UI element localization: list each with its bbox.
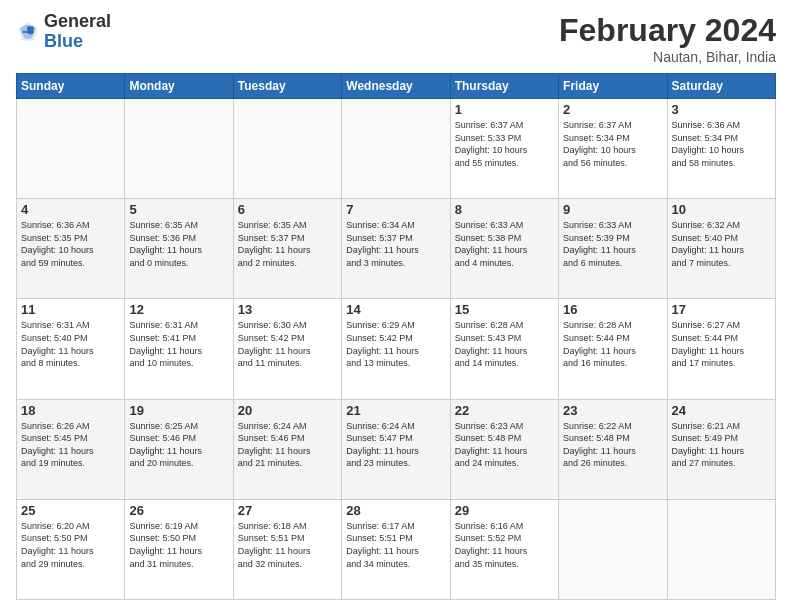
generalblue-logo-icon	[16, 20, 40, 44]
day-info: Sunrise: 6:22 AM Sunset: 5:48 PM Dayligh…	[563, 420, 662, 470]
day-number: 26	[129, 503, 228, 518]
table-row: 26Sunrise: 6:19 AM Sunset: 5:50 PM Dayli…	[125, 499, 233, 599]
day-info: Sunrise: 6:21 AM Sunset: 5:49 PM Dayligh…	[672, 420, 771, 470]
day-number: 17	[672, 302, 771, 317]
day-info: Sunrise: 6:28 AM Sunset: 5:44 PM Dayligh…	[563, 319, 662, 369]
day-number: 25	[21, 503, 120, 518]
day-number: 9	[563, 202, 662, 217]
header: General Blue February 2024 Nautan, Bihar…	[16, 12, 776, 65]
day-info: Sunrise: 6:24 AM Sunset: 5:46 PM Dayligh…	[238, 420, 337, 470]
day-number: 28	[346, 503, 445, 518]
table-row: 27Sunrise: 6:18 AM Sunset: 5:51 PM Dayli…	[233, 499, 341, 599]
page: General Blue February 2024 Nautan, Bihar…	[0, 0, 792, 612]
table-row: 24Sunrise: 6:21 AM Sunset: 5:49 PM Dayli…	[667, 399, 775, 499]
table-row: 22Sunrise: 6:23 AM Sunset: 5:48 PM Dayli…	[450, 399, 558, 499]
day-number: 5	[129, 202, 228, 217]
table-row: 16Sunrise: 6:28 AM Sunset: 5:44 PM Dayli…	[559, 299, 667, 399]
day-number: 6	[238, 202, 337, 217]
day-number: 27	[238, 503, 337, 518]
table-row: 28Sunrise: 6:17 AM Sunset: 5:51 PM Dayli…	[342, 499, 450, 599]
logo-text: General Blue	[44, 12, 111, 52]
table-row	[17, 99, 125, 199]
title-block: February 2024 Nautan, Bihar, India	[559, 12, 776, 65]
table-row	[559, 499, 667, 599]
day-number: 20	[238, 403, 337, 418]
table-row: 14Sunrise: 6:29 AM Sunset: 5:42 PM Dayli…	[342, 299, 450, 399]
day-number: 22	[455, 403, 554, 418]
table-row: 23Sunrise: 6:22 AM Sunset: 5:48 PM Dayli…	[559, 399, 667, 499]
day-info: Sunrise: 6:34 AM Sunset: 5:37 PM Dayligh…	[346, 219, 445, 269]
day-info: Sunrise: 6:19 AM Sunset: 5:50 PM Dayligh…	[129, 520, 228, 570]
table-row: 3Sunrise: 6:36 AM Sunset: 5:34 PM Daylig…	[667, 99, 775, 199]
table-row	[125, 99, 233, 199]
day-info: Sunrise: 6:35 AM Sunset: 5:36 PM Dayligh…	[129, 219, 228, 269]
svg-rect-1	[22, 31, 28, 33]
day-info: Sunrise: 6:37 AM Sunset: 5:33 PM Dayligh…	[455, 119, 554, 169]
col-saturday: Saturday	[667, 74, 775, 99]
table-row: 18Sunrise: 6:26 AM Sunset: 5:45 PM Dayli…	[17, 399, 125, 499]
location: Nautan, Bihar, India	[559, 49, 776, 65]
calendar-table: Sunday Monday Tuesday Wednesday Thursday…	[16, 73, 776, 600]
day-info: Sunrise: 6:31 AM Sunset: 5:40 PM Dayligh…	[21, 319, 120, 369]
table-row: 10Sunrise: 6:32 AM Sunset: 5:40 PM Dayli…	[667, 199, 775, 299]
table-row: 11Sunrise: 6:31 AM Sunset: 5:40 PM Dayli…	[17, 299, 125, 399]
day-number: 14	[346, 302, 445, 317]
day-info: Sunrise: 6:30 AM Sunset: 5:42 PM Dayligh…	[238, 319, 337, 369]
calendar-header-row: Sunday Monday Tuesday Wednesday Thursday…	[17, 74, 776, 99]
logo: General Blue	[16, 12, 111, 52]
day-info: Sunrise: 6:35 AM Sunset: 5:37 PM Dayligh…	[238, 219, 337, 269]
day-info: Sunrise: 6:33 AM Sunset: 5:38 PM Dayligh…	[455, 219, 554, 269]
day-number: 21	[346, 403, 445, 418]
day-number: 29	[455, 503, 554, 518]
col-thursday: Thursday	[450, 74, 558, 99]
table-row: 9Sunrise: 6:33 AM Sunset: 5:39 PM Daylig…	[559, 199, 667, 299]
day-info: Sunrise: 6:29 AM Sunset: 5:42 PM Dayligh…	[346, 319, 445, 369]
table-row: 7Sunrise: 6:34 AM Sunset: 5:37 PM Daylig…	[342, 199, 450, 299]
calendar-week-5: 25Sunrise: 6:20 AM Sunset: 5:50 PM Dayli…	[17, 499, 776, 599]
table-row: 12Sunrise: 6:31 AM Sunset: 5:41 PM Dayli…	[125, 299, 233, 399]
day-info: Sunrise: 6:26 AM Sunset: 5:45 PM Dayligh…	[21, 420, 120, 470]
day-info: Sunrise: 6:37 AM Sunset: 5:34 PM Dayligh…	[563, 119, 662, 169]
day-info: Sunrise: 6:36 AM Sunset: 5:35 PM Dayligh…	[21, 219, 120, 269]
calendar-week-1: 1Sunrise: 6:37 AM Sunset: 5:33 PM Daylig…	[17, 99, 776, 199]
day-info: Sunrise: 6:20 AM Sunset: 5:50 PM Dayligh…	[21, 520, 120, 570]
col-monday: Monday	[125, 74, 233, 99]
day-info: Sunrise: 6:31 AM Sunset: 5:41 PM Dayligh…	[129, 319, 228, 369]
day-info: Sunrise: 6:32 AM Sunset: 5:40 PM Dayligh…	[672, 219, 771, 269]
day-info: Sunrise: 6:24 AM Sunset: 5:47 PM Dayligh…	[346, 420, 445, 470]
table-row: 25Sunrise: 6:20 AM Sunset: 5:50 PM Dayli…	[17, 499, 125, 599]
day-number: 2	[563, 102, 662, 117]
table-row: 17Sunrise: 6:27 AM Sunset: 5:44 PM Dayli…	[667, 299, 775, 399]
day-number: 18	[21, 403, 120, 418]
day-number: 3	[672, 102, 771, 117]
table-row: 29Sunrise: 6:16 AM Sunset: 5:52 PM Dayli…	[450, 499, 558, 599]
day-number: 12	[129, 302, 228, 317]
table-row	[667, 499, 775, 599]
table-row: 13Sunrise: 6:30 AM Sunset: 5:42 PM Dayli…	[233, 299, 341, 399]
day-number: 1	[455, 102, 554, 117]
day-number: 24	[672, 403, 771, 418]
col-tuesday: Tuesday	[233, 74, 341, 99]
day-info: Sunrise: 6:36 AM Sunset: 5:34 PM Dayligh…	[672, 119, 771, 169]
day-number: 23	[563, 403, 662, 418]
calendar-week-2: 4Sunrise: 6:36 AM Sunset: 5:35 PM Daylig…	[17, 199, 776, 299]
day-number: 8	[455, 202, 554, 217]
day-number: 11	[21, 302, 120, 317]
calendar-week-4: 18Sunrise: 6:26 AM Sunset: 5:45 PM Dayli…	[17, 399, 776, 499]
day-number: 13	[238, 302, 337, 317]
day-info: Sunrise: 6:27 AM Sunset: 5:44 PM Dayligh…	[672, 319, 771, 369]
col-friday: Friday	[559, 74, 667, 99]
day-number: 19	[129, 403, 228, 418]
day-number: 4	[21, 202, 120, 217]
col-sunday: Sunday	[17, 74, 125, 99]
table-row	[233, 99, 341, 199]
table-row: 20Sunrise: 6:24 AM Sunset: 5:46 PM Dayli…	[233, 399, 341, 499]
table-row: 21Sunrise: 6:24 AM Sunset: 5:47 PM Dayli…	[342, 399, 450, 499]
col-wednesday: Wednesday	[342, 74, 450, 99]
logo-blue: Blue	[44, 31, 83, 51]
day-info: Sunrise: 6:17 AM Sunset: 5:51 PM Dayligh…	[346, 520, 445, 570]
day-info: Sunrise: 6:16 AM Sunset: 5:52 PM Dayligh…	[455, 520, 554, 570]
table-row: 15Sunrise: 6:28 AM Sunset: 5:43 PM Dayli…	[450, 299, 558, 399]
day-info: Sunrise: 6:28 AM Sunset: 5:43 PM Dayligh…	[455, 319, 554, 369]
table-row: 2Sunrise: 6:37 AM Sunset: 5:34 PM Daylig…	[559, 99, 667, 199]
